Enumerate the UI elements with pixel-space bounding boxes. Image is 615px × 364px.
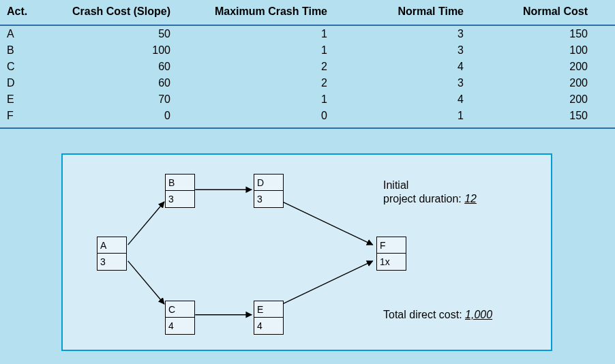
cell-max-crash: 0 [198, 108, 355, 128]
cell-crash-cost: 60 [61, 59, 198, 75]
node-d: D 3 [254, 174, 284, 208]
cell-normal-time: 4 [355, 91, 491, 108]
cell-normal-cost: 200 [491, 91, 615, 108]
node-value: 4 [254, 318, 283, 334]
table-row: A 50 1 3 150 [0, 25, 615, 42]
cell-act: D [0, 75, 61, 91]
node-value: 3 [97, 254, 126, 270]
network-diagram: A 3 B 3 C 4 D 3 E 4 F 1x Initial [61, 153, 552, 351]
total-cost-value: 1,000 [465, 309, 492, 320]
cell-max-crash: 2 [198, 75, 355, 91]
node-label: A [97, 237, 126, 254]
cell-normal-cost: 200 [491, 59, 615, 75]
cell-max-crash: 1 [198, 91, 355, 108]
svg-line-5 [282, 261, 372, 304]
col-act: Act. [0, 0, 61, 25]
node-value: 1x [377, 254, 406, 270]
col-normal-cost: Normal Cost [491, 0, 615, 25]
svg-line-4 [282, 202, 372, 245]
cell-act: F [0, 108, 61, 128]
node-value: 3 [166, 191, 194, 207]
cell-normal-time: 4 [355, 59, 491, 75]
cell-normal-time: 3 [355, 75, 491, 91]
cell-act: B [0, 42, 61, 59]
duration-value: 12 [464, 193, 477, 204]
cell-normal-time: 3 [355, 42, 491, 59]
project-duration: project duration: 12 [383, 193, 477, 205]
table-row: E 70 1 4 200 [0, 91, 615, 108]
table-row: C 60 2 4 200 [0, 59, 615, 75]
total-direct-cost: Total direct cost: 1,000 [383, 309, 492, 321]
cell-max-crash: 1 [198, 42, 355, 59]
node-label: E [254, 301, 283, 318]
cell-crash-cost: 50 [61, 25, 198, 42]
col-max-crash-time: Maximum Crash Time [198, 0, 355, 25]
cell-normal-cost: 150 [491, 108, 615, 128]
total-cost-label: Total direct cost: [383, 309, 462, 320]
node-c: C 4 [165, 301, 195, 335]
cell-crash-cost: 100 [61, 42, 198, 59]
col-normal-time: Normal Time [355, 0, 491, 25]
cell-max-crash: 1 [198, 25, 355, 42]
col-crash-cost: Crash Cost (Slope) [61, 0, 198, 25]
node-b: B 3 [165, 174, 195, 208]
cell-normal-time: 3 [355, 25, 491, 42]
cell-crash-cost: 60 [61, 75, 198, 91]
node-label: F [377, 237, 406, 254]
table-row: B 100 1 3 100 [0, 42, 615, 59]
cell-normal-cost: 200 [491, 75, 615, 91]
node-label: B [166, 175, 194, 191]
table-row: F 0 0 1 150 [0, 108, 615, 128]
cell-normal-cost: 150 [491, 25, 615, 42]
node-a: A 3 [97, 237, 127, 271]
duration-label: project duration: [383, 193, 462, 204]
cell-act: E [0, 91, 61, 108]
table-row: D 60 2 3 200 [0, 75, 615, 91]
node-label: D [254, 175, 283, 191]
cell-act: C [0, 59, 61, 75]
cell-crash-cost: 0 [61, 108, 198, 128]
svg-line-1 [128, 261, 164, 304]
activity-cost-table: Act. Crash Cost (Slope) Maximum Crash Ti… [0, 0, 615, 129]
cell-act: A [0, 25, 61, 42]
cell-normal-cost: 100 [491, 42, 615, 59]
node-value: 3 [254, 191, 283, 207]
svg-line-0 [128, 202, 164, 245]
cell-normal-time: 1 [355, 108, 491, 128]
cell-max-crash: 2 [198, 59, 355, 75]
node-label: C [166, 301, 194, 318]
node-f: F 1x [376, 237, 406, 271]
node-value: 4 [166, 318, 194, 334]
initial-label: Initial [383, 179, 408, 192]
node-e: E 4 [254, 301, 284, 335]
cell-crash-cost: 70 [61, 91, 198, 108]
